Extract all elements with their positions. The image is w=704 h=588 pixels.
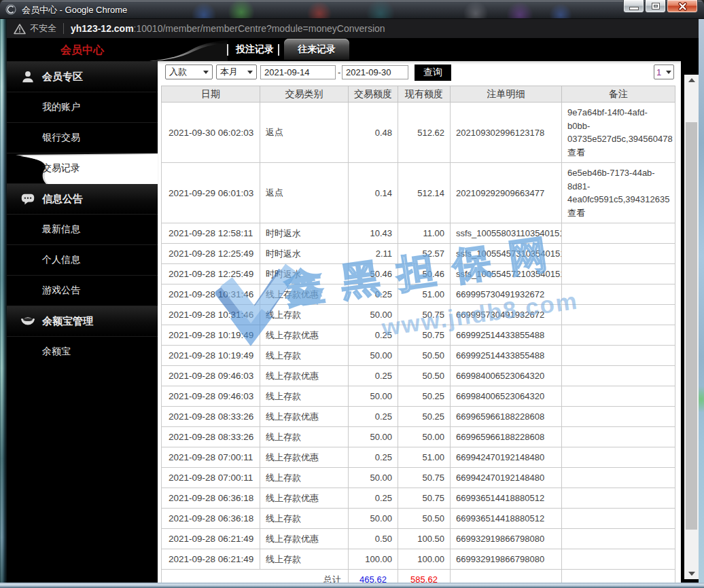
cell-date: 2021-09-28 10:31:46 [162, 305, 260, 325]
cell-balance: 51.00 [398, 447, 451, 468]
url-bar[interactable]: 不安全 yh123-12.com :10010/member/memberCen… [7, 19, 699, 39]
cell-amount: 2.11 [349, 244, 398, 264]
vertical-scrollbar[interactable] [684, 75, 699, 579]
date-to-input[interactable] [342, 65, 408, 79]
transaction-type-select[interactable]: 入款 [165, 65, 213, 79]
sidebar-item-latest-info[interactable]: 最新信息 [7, 214, 158, 244]
scrollbar-thumb[interactable] [686, 122, 697, 530]
cell-detail: 669932919866798080 [451, 549, 562, 570]
active-item-background [7, 153, 158, 184]
page-select[interactable]: 1 [654, 65, 674, 79]
chevron-down-icon [666, 71, 671, 74]
cell-date: 2021-09-28 06:36:18 [162, 509, 260, 529]
cell-remark [562, 366, 675, 386]
chrome-icon [5, 4, 16, 15]
main-content: 入款 本月 - 查询 1 [158, 61, 681, 583]
chevron-down-icon [247, 71, 253, 74]
cell-amount: 100.00 [349, 549, 398, 570]
cell-balance: 512.62 [398, 103, 451, 163]
cell-date: 2021-09-28 08:33:26 [162, 427, 260, 447]
header-detail: 注单明细 [451, 86, 562, 103]
cell-balance: 50.50 [398, 509, 451, 529]
cell-date: 2021-09-28 06:21:49 [162, 529, 260, 549]
period-select[interactable]: 本月 [216, 65, 257, 79]
cell-remark [562, 325, 675, 346]
tab-betting-records[interactable]: 投注记录 [231, 39, 279, 60]
table-row: 2021-09-29 06:01:03 返点 0.14 512.14 20210… [162, 163, 675, 223]
cell-balance: 50.75 [398, 325, 451, 346]
title-bar[interactable]: 会员中心 - Google Chrome [0, 0, 704, 19]
url-path: :10010/member/memberCentre?module=moneyC… [134, 23, 385, 34]
security-label: 不安全 [30, 22, 56, 35]
window-border-bottom [0, 583, 704, 588]
cell-remark: 6e5eb46b-7173-44ab-8d81-4ea0fc9591c5,394… [562, 163, 675, 223]
sidebar-item-game-announcements[interactable]: 游戏公告 [7, 275, 158, 306]
scroll-up-button[interactable] [684, 75, 699, 86]
cell-date: 2021-09-28 09:46:03 [162, 386, 260, 407]
cell-detail: 669932919866798080 [451, 529, 562, 549]
cell-date: 2021-09-28 10:19:49 [162, 325, 260, 346]
table-row: 2021-09-28 10:19:49 线上存款 50.00 50.50 669… [162, 346, 675, 366]
scroll-down-button[interactable] [684, 568, 699, 579]
sidebar-item-yuebao[interactable]: 余额宝 [7, 336, 158, 367]
table-row: 2021-09-28 12:25:49 时时返水 2.11 52.57 ssfs… [162, 244, 675, 264]
date-range-separator: - [338, 67, 340, 77]
cell-remark [562, 386, 675, 407]
tab-transaction-records[interactable]: 往来记录 [284, 39, 349, 60]
cell-type: 线上存款优惠 [260, 284, 349, 305]
cell-date: 2021-09-28 10:19:49 [162, 346, 260, 366]
view-link[interactable]: 查看 [567, 146, 585, 160]
sidebar-item-info-announcements[interactable]: 信息公告 [7, 183, 158, 214]
sidebar-item-transaction-records[interactable]: 交易记录 [7, 153, 158, 183]
warning-icon [14, 23, 26, 35]
arrow-down-icon [688, 572, 695, 576]
cell-balance: 100.00 [398, 549, 451, 570]
view-link[interactable]: 查看 [567, 206, 585, 220]
cell-type: 返点 [260, 163, 349, 223]
date-from-input[interactable] [260, 65, 336, 79]
table-header-row: 日期 交易类别 交易额度 现有额度 注单明细 备注 [162, 86, 675, 103]
cell-amount: 0.25 [349, 325, 398, 346]
cell-type: 线上存款优惠 [260, 325, 349, 346]
cell-detail: 202109292909663477 [451, 163, 562, 223]
cell-date: 2021-09-30 06:02:03 [162, 103, 260, 163]
cell-type: 线上存款优惠 [260, 488, 349, 509]
cell-detail: 669984006523064320 [451, 386, 562, 407]
table-row: 2021-09-28 10:19:49 线上存款优惠 0.25 50.75 66… [162, 325, 675, 346]
table-row: 2021-09-28 06:21:49 线上存款优惠 0.50 100.50 6… [162, 529, 675, 549]
cell-date: 2021-09-28 12:58:11 [162, 223, 260, 244]
window-border-right [699, 19, 704, 583]
cell-amount: 50.00 [349, 305, 398, 325]
cell-amount: 50.00 [349, 427, 398, 447]
cell-remark [562, 468, 675, 488]
sidebar-item-my-account[interactable]: 我的账户 [7, 92, 158, 122]
cell-date: 2021-09-28 06:36:18 [162, 488, 260, 509]
cell-date: 2021-09-29 06:01:03 [162, 163, 260, 223]
cell-date: 2021-09-28 12:25:49 [162, 264, 260, 284]
minimize-button[interactable] [623, 0, 644, 13]
cell-balance: 100.50 [398, 529, 451, 549]
cell-type: 线上存款 [260, 549, 349, 570]
table-row: 2021-09-28 07:00:11 线上存款优惠 0.25 51.00 66… [162, 447, 675, 468]
sidebar-item-personal-info[interactable]: 个人信息 [7, 244, 158, 275]
cell-type: 线上存款优惠 [260, 529, 349, 549]
cell-balance: 52.57 [398, 244, 451, 264]
browser-window: 会员中心 - Google Chrome 不安全 yh123-12.com :1… [0, 0, 704, 588]
sidebar-item-member-zone[interactable]: 会员专区 [7, 61, 158, 92]
close-button[interactable] [667, 0, 698, 13]
minimize-icon [630, 7, 638, 10]
cell-detail: 669942470192148480 [451, 468, 562, 488]
cell-balance: 51.00 [398, 284, 451, 305]
url-divider [63, 23, 64, 34]
table-row: 2021-09-28 08:33:26 线上存款 50.00 50.00 669… [162, 427, 675, 447]
cell-detail: 669942470192148480 [451, 447, 562, 468]
cell-balance: 50.75 [398, 488, 451, 509]
cell-type: 线上存款优惠 [260, 407, 349, 427]
cell-amount: 50.00 [349, 346, 398, 366]
cell-type: 线上存款 [260, 346, 349, 366]
sidebar-item-bank-transactions[interactable]: 银行交易 [7, 122, 158, 153]
sidebar-item-yuebao-management[interactable]: 余额宝管理 [7, 306, 158, 336]
search-button[interactable]: 查询 [415, 65, 451, 81]
restore-button[interactable] [645, 0, 666, 13]
cell-type: 时时返水 [260, 223, 349, 244]
